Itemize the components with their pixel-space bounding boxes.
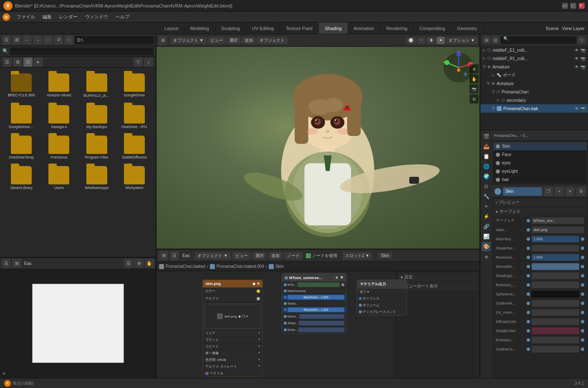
prop-icon-output[interactable]: 📤 <box>482 142 491 151</box>
vp-shading-mat[interactable]: ◑ <box>426 37 436 44</box>
fb-menu-toggle[interactable]: ☰ <box>2 35 11 45</box>
outliner-icon-1[interactable]: ⊞ <box>483 36 490 44</box>
field-value-empty[interactable] <box>532 245 579 252</box>
list-item[interactable]: OneDrive - IPG <box>117 103 151 131</box>
tab-rendering[interactable]: Rendering <box>380 23 414 34</box>
outliner-item-armature[interactable]: ▽ ⊕ Armature 👁 📷 <box>480 63 588 71</box>
tab-compositing[interactable]: Compositing <box>414 23 451 34</box>
prop-icon-modifiers[interactable]: 🔧 <box>482 192 491 201</box>
tool-zoom[interactable]: ⊕ <box>469 64 479 73</box>
outliner-item-armature2[interactable]: ▽ ⊕ Armature <box>480 79 588 88</box>
selected-mat-name[interactable]: Skin <box>503 187 542 196</box>
prop-icon-particles[interactable]: ✦ <box>482 202 491 211</box>
list-item[interactable]: My Backups <box>80 103 114 131</box>
settings-header[interactable]: ▾ 設定 <box>398 273 478 281</box>
mat-copy-btn[interactable]: ❐ <box>544 187 553 196</box>
fb-size-slider[interactable]: ▸ <box>34 58 43 67</box>
tab-layout[interactable]: Layout <box>159 23 184 34</box>
node-skin-png[interactable]: skin.png ◆ ✕ カラー アルファ <box>202 280 263 377</box>
maximize-button[interactable]: □ <box>570 3 576 9</box>
camera-icon[interactable]: 📷 <box>580 106 585 111</box>
surface-value[interactable]: MToon_unv... <box>532 217 584 224</box>
material-item-hair[interactable]: hair <box>493 176 587 184</box>
outliner-item-middle2[interactable]: ▷ ⬡ middleF_R1_colli... 👁 📷 <box>480 54 588 63</box>
node-skin-ctrl-1[interactable]: ◆ <box>252 282 255 286</box>
node-use-toggle[interactable]: ノードを使用 <box>306 253 337 259</box>
field-value-light-blue[interactable] <box>532 263 579 270</box>
preview-header[interactable]: › プレビュー <box>493 199 587 206</box>
prop-icon-object[interactable]: ⊞ <box>482 182 491 191</box>
fb-column-view[interactable]: ⊞ <box>13 58 22 67</box>
field-value-empty[interactable] <box>532 282 579 288</box>
prop-icon-material[interactable]: 🎨 <box>482 242 491 251</box>
field-value-dark[interactable] <box>532 291 579 297</box>
field-value-blue-2[interactable]: 1.000 <box>532 254 579 261</box>
field-value-empty[interactable] <box>532 346 579 353</box>
tool-camera[interactable]: 📷 <box>469 84 479 93</box>
material-item-skin[interactable]: Skin <box>493 142 587 151</box>
field-value-empty[interactable] <box>532 309 579 316</box>
outliner-icon-2[interactable]: ⊟ <box>492 36 499 44</box>
tab-geometry[interactable]: Geometry <box>451 23 483 34</box>
camera-icon[interactable]: 📷 <box>580 48 585 53</box>
close-button[interactable]: ✕ <box>579 3 585 9</box>
list-item[interactable]: StableDiffusion <box>117 134 151 161</box>
minimize-button[interactable]: — <box>562 3 568 9</box>
list-item[interactable]: BUFFALO_み... <box>80 72 114 100</box>
node-skin-ctrl-2[interactable]: ✕ <box>257 282 260 286</box>
row-dropdown-all[interactable]: 全て ▾ <box>360 290 404 294</box>
list-item[interactable]: OneDriveTemp <box>4 134 38 161</box>
fb-refresh[interactable]: ↺ <box>54 35 63 45</box>
row-dropdown[interactable]: ▾ <box>258 358 260 362</box>
eye-icon[interactable]: 👁 <box>575 106 579 111</box>
vp-shading-solid[interactable]: ⬤ <box>406 37 416 44</box>
breadcrumb-item-1[interactable]: PronamaChan.baked <box>166 264 205 269</box>
node-object-select[interactable]: オブジェクト ▼ <box>194 252 231 260</box>
material-item-eyelight[interactable]: eyeLight <box>493 167 587 176</box>
fb-bookmark[interactable]: ☆ <box>64 35 73 45</box>
field-value-empty[interactable] <box>532 272 579 279</box>
node-material-name[interactable]: Skin <box>378 252 392 259</box>
prop-icon-constraints[interactable]: 🔗 <box>482 222 491 231</box>
fb-filter[interactable]: ▽ <box>134 58 143 67</box>
menu-render[interactable]: レンダー <box>56 13 81 21</box>
prop-icon-data[interactable]: 📊 <box>482 232 491 241</box>
uv-tools[interactable]: ☰ <box>124 259 133 268</box>
uv-view-btn[interactable]: ⊞ <box>12 259 21 268</box>
list-item[interactable]: Program Files <box>80 134 114 161</box>
vp-shading-render[interactable]: ● <box>437 37 445 44</box>
vp-shading-wire[interactable]: ○ <box>417 37 425 44</box>
tab-animation[interactable]: Animation <box>348 23 381 34</box>
menu-help[interactable]: ヘルプ <box>112 13 133 21</box>
vp-select[interactable]: 選択 <box>227 37 241 44</box>
prop-icon-render[interactable]: 🎬 <box>482 132 491 141</box>
menu-edit[interactable]: 編集 <box>39 13 55 21</box>
tab-sculpting[interactable]: Sculpting <box>215 23 246 34</box>
fb-up[interactable]: ↑ <box>43 35 53 45</box>
outliner-item-middle1[interactable]: ▷ ⬡ middleF_E1_colli... 👁 📷 <box>480 46 588 54</box>
node-add[interactable]: 追加 <box>268 252 283 260</box>
outliner-filter[interactable]: ▽ <box>578 36 585 44</box>
list-item[interactable]: PreSonus <box>42 134 76 161</box>
breadcrumb-item-2[interactable]: PronamaChan.baked.004 <box>217 264 264 269</box>
row-dropdown[interactable]: ▾ <box>258 351 260 355</box>
material-item-face[interactable]: Face <box>493 151 587 159</box>
tab-shading[interactable]: Shading <box>319 23 348 34</box>
list-item[interactable]: WoSystem <box>117 164 151 191</box>
outliner-item-secondary[interactable]: ▷ ⬡ secondary <box>480 96 588 104</box>
tab-modeling[interactable]: Modeling <box>184 23 215 34</box>
field-value-blue[interactable]: 1.000 <box>532 236 579 242</box>
vp-mode-select[interactable]: オブジェクト ▼ <box>170 37 207 44</box>
list-item[interactable]: hasega-s <box>42 103 76 131</box>
prop-icon-world[interactable]: 🌍 <box>482 172 491 181</box>
node-select[interactable]: 選択 <box>252 252 267 260</box>
vp-view[interactable]: ビュー <box>207 37 226 44</box>
field-value-pink[interactable] <box>532 328 579 334</box>
list-item[interactable]: Users <box>42 164 76 191</box>
list-item[interactable]: Amazon Music <box>42 72 76 100</box>
fb-search-input[interactable] <box>10 48 153 55</box>
fb-grid-view[interactable]: ⊟ <box>23 58 33 67</box>
outliner-item-pronamachan[interactable]: ▽ ⬡ PronamaChan <box>480 88 588 96</box>
surface-header[interactable]: ▾ サーフェス <box>493 208 587 215</box>
uv-menu[interactable]: ☰ <box>2 259 11 268</box>
